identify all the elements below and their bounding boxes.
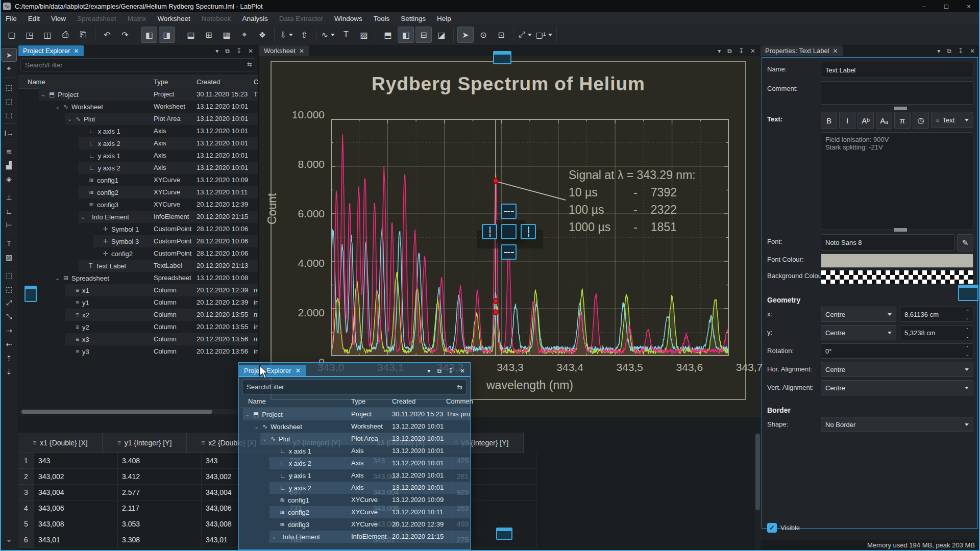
tree-row[interactable]: Spreadsheet Spreadsheet 13.12.2020 10:08 [18, 272, 258, 284]
dock-float-button[interactable]: ⧉ [727, 47, 732, 55]
info-element-label[interactable]: Signal at λ = 343.29 nm: 10 µs - 7392 10… [569, 168, 696, 234]
expander-icon[interactable] [55, 104, 60, 110]
redo-button[interactable]: ↷ [117, 27, 133, 43]
y-axis-label[interactable]: Count [265, 193, 279, 224]
dock-drop-top-icon[interactable] [501, 204, 517, 219]
tab-worksheet[interactable]: Worksheet✕ [259, 45, 309, 56]
y-value-spinbox[interactable]: 5,3238 cm [900, 325, 973, 340]
tree-row[interactable]: y axis 2 Axis 13.12.2020 10:01 [18, 162, 258, 174]
cell[interactable]: 3.053 [118, 516, 202, 532]
font-colour-swatch[interactable] [821, 254, 973, 268]
insert-cursor-button[interactable]: I→ [2, 126, 17, 140]
menu-item[interactable]: Worksheet [152, 13, 195, 24]
resize-grip[interactable] [894, 228, 907, 232]
text-content-field[interactable]: Field ionisation: 900V Stark splitting: … [821, 132, 973, 230]
menu-item[interactable]: File [0, 13, 22, 24]
cell[interactable]: 343,01 [34, 532, 118, 548]
italic-button[interactable]: I [839, 112, 855, 129]
dock-menu-button[interactable]: ▾ [937, 47, 940, 55]
select-mode-button[interactable]: ➤ [457, 27, 474, 43]
tree-row[interactable]: Worksheet Worksheet 13.12.2020 10:01 [239, 420, 470, 433]
add-histogram-button[interactable]: ▟ [2, 158, 17, 172]
tree-row[interactable]: y axis 2 Axis 13.12.2020 10:01 [239, 482, 470, 494]
new-matrix-button[interactable]: ▦ [218, 27, 235, 43]
color-theme-button[interactable]: ❖ [254, 27, 271, 43]
tree-row[interactable]: Project Project 30.11.2020 15:23 This pr… [18, 88, 258, 101]
dock-drop-right-icon[interactable] [521, 224, 536, 239]
dock-pin-button[interactable]: ↧ [958, 47, 963, 55]
symbol-button[interactable]: π [894, 112, 911, 129]
superscript-button[interactable]: Aᵇ [857, 112, 874, 129]
layout-break-button[interactable]: ◪ [433, 27, 450, 43]
menu-item[interactable]: Spreadsheet [71, 13, 122, 24]
cell[interactable]: 3.408 [118, 453, 202, 469]
dock-float-button[interactable]: ⧉ [225, 47, 230, 55]
expander-icon[interactable] [55, 275, 60, 282]
tree-row[interactable]: x axis 1 Axis 13.12.2020 10:01 [18, 125, 258, 137]
print-preview-button[interactable]: ⎗ [75, 27, 91, 43]
dock-close-button[interactable]: ✕ [460, 367, 465, 374]
open-project-button[interactable]: ◳ [21, 27, 38, 43]
tree-row[interactable]: Symbol 1 CustomPoint 28.12.2020 10:06 [239, 543, 470, 544]
import-button[interactable]: ⇩ [278, 27, 295, 43]
tab-close-icon[interactable]: ✕ [74, 47, 79, 55]
cell[interactable]: 343,008 [34, 516, 118, 532]
tree-row[interactable]: config1 XYCurve 13.12.2020 10:09 [18, 174, 258, 186]
select-region-button[interactable]: ⬚ [2, 268, 17, 282]
tree-row[interactable]: Plot Plot Area 13.12.2020 10:01 [18, 113, 258, 125]
shift-up-button[interactable]: ⇡ [2, 351, 17, 365]
menu-item[interactable]: View [45, 13, 71, 24]
dock-close-button[interactable]: ✕ [970, 47, 975, 55]
bold-button[interactable]: B [821, 112, 837, 129]
print-button[interactable]: ⎙ [57, 27, 74, 43]
horizontal-scrollbar[interactable] [20, 409, 253, 414]
tree-row[interactable]: config2 CustomPoint 28.12.2020 10:06 [18, 247, 258, 260]
dock-menu-button[interactable]: ▾ [427, 367, 430, 374]
plot-title[interactable]: Rydberg Spectrum of Helium [272, 73, 745, 95]
dock-menu-button[interactable]: ▾ [215, 47, 218, 55]
dock-menu-button[interactable]: ▾ [718, 47, 721, 55]
add-axis-vertical-button[interactable]: ⊥ [2, 190, 17, 204]
tree-row[interactable]: config3 XYCurve 20.12.2020 12:39 [239, 518, 470, 531]
menu-item[interactable]: Help [431, 13, 457, 24]
zoom-y-region-button[interactable]: ⬚ [2, 108, 17, 121]
shift-right-button[interactable]: ⇢ [2, 323, 17, 337]
dock-drop-right-edge-icon[interactable] [958, 285, 978, 301]
row-number[interactable]: 2 [18, 469, 34, 485]
dock-close-button[interactable]: ✕ [750, 47, 755, 55]
row-number[interactable]: 6 [18, 532, 34, 548]
filter-icon[interactable]: ⇆ [247, 61, 252, 68]
dock-pin-button[interactable]: ↧ [448, 367, 453, 374]
layout-vertical-button[interactable]: ⬒ [380, 27, 396, 43]
cell[interactable]: 343 [34, 453, 118, 469]
new-spreadsheet-button[interactable]: ⊞ [201, 27, 217, 43]
rotation-spinbox[interactable]: 0° [821, 343, 973, 359]
dock-float-button[interactable]: ⧉ [437, 367, 442, 374]
tree-row[interactable]: y axis 1 Axis 13.12.2020 10:01 [239, 469, 470, 482]
expander-icon[interactable] [67, 116, 72, 122]
maximize-button[interactable]: □ [935, 0, 958, 12]
zoom-select-mode-button[interactable]: ⊡ [493, 27, 509, 43]
x-value-spinbox[interactable]: 8,61136 cm [900, 307, 973, 322]
tree-row[interactable]: config2 XYCurve 13.12.2020 10:11 [239, 506, 470, 518]
tree-row[interactable]: config3 XYCurve 20.12.2020 12:39 [18, 198, 258, 211]
vertical-scrollbar[interactable] [755, 433, 761, 550]
tab-project-explorer[interactable]: Project Explorer✕ [18, 45, 84, 56]
tree-row[interactable]: y1 Column 20.12.2020 12:39 integer da [18, 296, 258, 309]
row-number[interactable]: 1 [18, 453, 34, 469]
comment-field[interactable] [821, 81, 973, 105]
tree-row[interactable]: x1 Column 20.12.2020 12:39 numerical [18, 284, 258, 296]
tab-close-icon[interactable]: ✕ [299, 47, 304, 55]
floating-project-explorer[interactable]: Project Explorer✕ ▾⧉↧✕ Search/Filter⇆ Na… [238, 362, 471, 550]
tree-row[interactable]: y3 Column 20.12.2020 13:56 integer da [18, 345, 258, 358]
minimize-button[interactable]: – [913, 0, 935, 12]
expander-icon[interactable] [272, 534, 277, 540]
cell[interactable]: 2.577 [118, 485, 202, 500]
resize-grip[interactable] [894, 107, 907, 110]
tree-row[interactable]: Symbol 1 CustomPoint 28.12.2020 10:06 [18, 223, 258, 235]
menu-item[interactable]: Edit [22, 13, 45, 24]
row-number[interactable]: 4 [18, 500, 34, 516]
zoom-mode-button[interactable]: ⊙ [475, 27, 492, 43]
add-text-label-tool-button[interactable]: T [2, 236, 17, 250]
menu-item[interactable]: Matrix [122, 13, 152, 24]
